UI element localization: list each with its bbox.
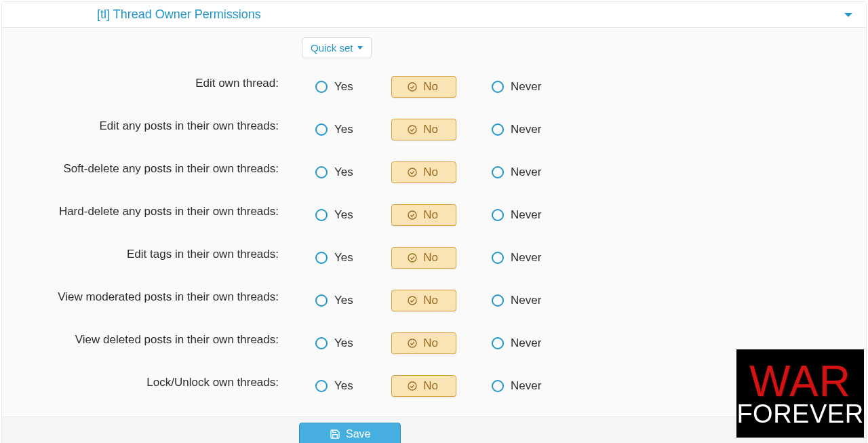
option-never[interactable]: Never	[492, 379, 541, 393]
radio-icon	[492, 209, 504, 221]
option-never[interactable]: Never	[492, 123, 541, 136]
option-yes-label: Yes	[334, 80, 353, 94]
permission-row: YesNoNever	[298, 108, 866, 151]
svg-point-6	[408, 339, 416, 347]
option-never[interactable]: Never	[492, 166, 541, 179]
permission-label: Edit tags in their own threads:	[2, 233, 294, 275]
permission-row: YesNoNever	[298, 65, 866, 108]
option-yes-label: Yes	[334, 123, 353, 136]
radio-icon	[315, 337, 328, 349]
permission-label: Soft-delete any posts in their own threa…	[2, 147, 294, 190]
option-no-selected[interactable]: No	[391, 332, 456, 354]
option-yes-label: Yes	[334, 294, 353, 307]
option-no-selected[interactable]: No	[391, 161, 456, 183]
option-no-label: No	[423, 123, 438, 136]
permission-label: Edit own thread:	[2, 62, 294, 104]
option-yes-label: Yes	[334, 336, 353, 350]
option-yes[interactable]: Yes	[315, 166, 376, 179]
radio-icon	[492, 252, 504, 264]
svg-point-5	[408, 296, 416, 305]
permission-label: View moderated posts in their own thread…	[2, 275, 294, 318]
option-yes[interactable]: Yes	[315, 379, 376, 393]
permission-label: Edit any posts in their own threads:	[2, 104, 294, 147]
option-yes-label: Yes	[334, 251, 353, 265]
check-circle-icon	[407, 295, 418, 306]
option-never-label: Never	[511, 123, 541, 136]
check-circle-icon	[407, 81, 418, 92]
radio-icon	[492, 81, 504, 93]
svg-point-4	[408, 254, 416, 262]
permission-row: YesNoNever	[298, 279, 866, 322]
option-never-label: Never	[511, 208, 541, 222]
option-no-label: No	[423, 166, 438, 179]
permission-row: YesNoNever	[298, 193, 866, 236]
save-button[interactable]: Save	[299, 423, 401, 443]
radio-icon	[492, 337, 504, 349]
option-yes[interactable]: Yes	[315, 336, 376, 350]
option-never-label: Never	[511, 166, 541, 179]
option-no-label: No	[423, 80, 438, 94]
chevron-down-icon	[357, 46, 363, 50]
option-never-label: Never	[511, 80, 541, 94]
check-circle-icon	[407, 124, 418, 135]
option-never[interactable]: Never	[492, 294, 541, 307]
radio-icon	[315, 380, 328, 392]
option-yes[interactable]: Yes	[315, 123, 376, 136]
radio-icon	[492, 380, 504, 392]
radio-icon	[492, 166, 504, 178]
quick-set-button[interactable]: Quick set	[302, 37, 372, 58]
option-no-label: No	[423, 294, 438, 307]
option-no-label: No	[423, 379, 438, 393]
option-never[interactable]: Never	[492, 336, 541, 350]
radio-icon	[315, 209, 328, 221]
option-never[interactable]: Never	[492, 208, 541, 222]
option-no-selected[interactable]: No	[391, 375, 456, 397]
option-yes-label: Yes	[334, 208, 353, 222]
permission-label: Lock/Unlock own threads:	[2, 361, 294, 404]
svg-point-0	[408, 83, 416, 91]
logo-line-2: FOREVER	[736, 402, 863, 426]
svg-point-2	[408, 168, 416, 176]
check-circle-icon	[407, 252, 418, 263]
quick-set-label: Quick set	[311, 42, 353, 54]
collapse-toggle-icon[interactable]	[844, 13, 852, 17]
permission-row: YesNoNever	[298, 151, 866, 193]
panel-header: [tl] Thread Owner Permissions	[2, 2, 866, 28]
option-no-selected[interactable]: No	[391, 76, 456, 98]
panel-title: [tl] Thread Owner Permissions	[97, 7, 261, 22]
option-no-selected[interactable]: No	[391, 119, 456, 140]
permission-labels-column: Edit own thread:Edit any posts in their …	[2, 28, 294, 417]
option-yes[interactable]: Yes	[315, 294, 376, 307]
check-circle-icon	[407, 381, 418, 391]
svg-point-1	[408, 126, 416, 134]
save-icon	[330, 429, 340, 440]
radio-icon	[492, 294, 504, 307]
option-no-selected[interactable]: No	[391, 290, 456, 311]
option-never-label: Never	[511, 294, 541, 307]
option-never[interactable]: Never	[492, 80, 541, 94]
option-no-label: No	[423, 208, 438, 222]
radio-icon	[315, 81, 328, 93]
check-circle-icon	[407, 338, 418, 349]
permission-row: YesNoNever	[298, 236, 866, 279]
option-yes-label: Yes	[334, 166, 353, 179]
option-no-selected[interactable]: No	[391, 247, 456, 269]
option-yes[interactable]: Yes	[315, 251, 376, 265]
radio-icon	[315, 123, 328, 136]
option-never[interactable]: Never	[492, 251, 541, 265]
radio-icon	[315, 252, 328, 264]
option-yes-label: Yes	[334, 379, 353, 393]
option-yes[interactable]: Yes	[315, 80, 376, 94]
option-never-label: Never	[511, 251, 541, 265]
save-button-label: Save	[346, 428, 370, 440]
radio-icon	[492, 123, 504, 136]
permission-label: Hard-delete any posts in their own threa…	[2, 190, 294, 233]
check-circle-icon	[407, 210, 418, 220]
logo-line-1: WAR	[749, 361, 851, 402]
option-no-label: No	[423, 251, 438, 265]
option-yes[interactable]: Yes	[315, 208, 376, 222]
option-no-selected[interactable]: No	[391, 204, 456, 226]
site-logo: WAR FOREVER	[736, 349, 864, 438]
permission-label: View deleted posts in their own threads:	[2, 318, 294, 361]
option-no-label: No	[423, 336, 438, 350]
